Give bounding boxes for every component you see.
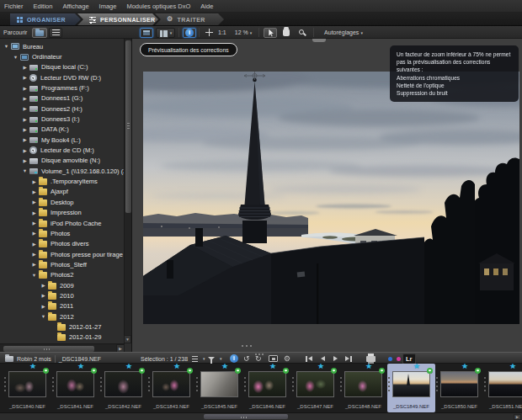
tree-item[interactable]: 2010 — [0, 290, 125, 300]
thumbnail-_DSC1845.NEF[interactable]: _DSC1845.NEF — [195, 364, 243, 412]
tree-item[interactable]: Photos presse pour tirage — [0, 249, 125, 259]
previous-image-button[interactable] — [321, 353, 325, 364]
sort-dropdown[interactable]: ▾ — [192, 353, 205, 364]
browse-folders-button[interactable] — [32, 28, 47, 38]
tree-item[interactable]: Lecteur de CD (M:) — [0, 145, 125, 155]
tree-item[interactable]: Programmes (F:) — [0, 82, 125, 93]
rotate-left-button[interactable] — [243, 353, 250, 364]
menu-modules-optiques-dxo[interactable]: Modules optiques DxO — [126, 3, 190, 10]
expand-arrow-icon[interactable] — [21, 65, 29, 70]
collapse-arrow-icon[interactable] — [21, 168, 29, 173]
zoom-1to1-button[interactable]: 1:1 — [218, 29, 226, 35]
expand-arrow-icon[interactable] — [21, 86, 29, 91]
scrollbar-thumb[interactable] — [3, 346, 94, 352]
expand-arrow-icon[interactable] — [21, 117, 29, 122]
scroll-right-button[interactable]: ▶ — [514, 414, 521, 420]
magenta-label-icon[interactable] — [397, 357, 401, 361]
tree-item[interactable]: Disque local (C:) — [0, 62, 125, 72]
expand-arrow-icon[interactable] — [21, 106, 29, 111]
tree-item[interactable]: 2011 — [0, 301, 125, 311]
expand-arrow-icon[interactable] — [30, 262, 38, 267]
select-tool-button[interactable] — [264, 28, 277, 38]
expand-arrow-icon[interactable] — [40, 304, 47, 309]
print-button[interactable] — [366, 353, 376, 364]
tree-item[interactable]: Photos2 — [0, 270, 125, 280]
tree-item[interactable]: 2012 — [0, 311, 125, 322]
scroll-down-button[interactable]: ▼ — [124, 335, 131, 343]
tab-traiter[interactable]: ⚙ TRAITER — [155, 13, 224, 25]
thumbnail-_DSC1846.NEF[interactable]: _DSC1846.NEF — [243, 364, 291, 412]
tree-item[interactable]: Donnees3 (I:) — [0, 114, 125, 124]
preview-corrections-button[interactable] — [140, 28, 153, 38]
thumbnail-_DSC1841.NEF[interactable]: _DSC1841.NEF — [51, 364, 99, 412]
tab-organiser[interactable]: ORGANISER — [10, 13, 81, 25]
thumbnail-_DSC1848.NEF[interactable]: _DSC1848.NEF — [339, 364, 387, 412]
image-info-button[interactable] — [230, 353, 238, 364]
tree-item[interactable]: 2009 — [0, 280, 125, 290]
zoom-level-dropdown[interactable]: 12 % ▾ — [231, 28, 256, 38]
expand-arrow-icon[interactable] — [30, 221, 38, 226]
tree-item[interactable]: Ajaxpf — [0, 187, 125, 197]
expand-arrow-icon[interactable] — [30, 199, 38, 205]
expand-arrow-icon[interactable] — [21, 75, 29, 80]
info-button[interactable] — [183, 28, 196, 38]
blue-label-icon[interactable] — [388, 357, 392, 361]
color-label-buttons[interactable] — [388, 353, 401, 364]
next-image-button[interactable] — [333, 353, 338, 364]
thumbnail-_DSC1842.NEF[interactable]: _DSC1842.NEF — [99, 364, 147, 412]
filmstrip-scrollbar[interactable]: ▶ — [0, 412, 522, 420]
thumbnail-_DSC1843.NEF[interactable]: _DSC1843.NEF — [147, 364, 195, 412]
collapse-arrow-icon[interactable] — [40, 314, 47, 319]
thumbnail-_DSC1847.NEF[interactable]: _DSC1847.NEF — [291, 364, 339, 412]
menu-aide[interactable]: Aide — [200, 3, 213, 10]
first-image-button[interactable] — [306, 353, 312, 364]
tree-item[interactable]: Photos — [0, 228, 125, 238]
rotate-right-button[interactable] — [255, 353, 262, 364]
expand-arrow-icon[interactable] — [21, 158, 29, 163]
tree-item[interactable]: .TemporaryItems — [0, 176, 125, 186]
expand-arrow-icon[interactable] — [21, 96, 29, 101]
collapse-arrow-icon[interactable] — [12, 55, 19, 60]
tree-item[interactable]: Ordinateur — [0, 51, 125, 61]
expand-arrow-icon[interactable] — [40, 283, 47, 288]
tree-item[interactable]: 2012-01-27 — [0, 322, 125, 332]
tree-item[interactable]: Photos divers — [0, 239, 125, 249]
settings-button[interactable] — [284, 353, 290, 364]
tree-item[interactable]: iPod Photo Cache — [0, 218, 125, 228]
thumbnail-_DSC1850.NEF[interactable]: _DSC1850.NEF — [435, 364, 483, 412]
scrollbar-thumb[interactable] — [125, 40, 131, 213]
pan-move-button[interactable] — [203, 28, 216, 38]
tree-item[interactable]: Donnees1 (G:) — [0, 93, 125, 104]
thumbnail-_DSC1840.NEF[interactable]: _DSC1840.NEF — [3, 364, 51, 412]
image-viewer-canvas[interactable]: Prévisualisation des corrections Un fact… — [132, 39, 522, 352]
menu-fichier[interactable]: Fichier — [4, 3, 24, 10]
tab-personnaliser[interactable]: PERSONNALISER — [77, 13, 158, 25]
tree-item[interactable]: My Book4 (L:) — [0, 135, 125, 145]
tree-item[interactable]: Disque amovible (N:) — [0, 156, 125, 166]
expand-arrow-icon[interactable] — [40, 293, 47, 298]
menu-edition[interactable]: Edition — [34, 3, 53, 10]
compare-view-button[interactable]: ▾ — [156, 28, 175, 38]
tree-item[interactable]: Lecteur DVD RW (D:) — [0, 72, 125, 82]
last-image-button[interactable] — [345, 353, 352, 364]
tree-item[interactable]: Desktop — [0, 197, 125, 207]
tree-vertical-scrollbar[interactable]: ▼ — [124, 39, 131, 343]
tree-item[interactable]: Photos_Steff — [0, 259, 125, 269]
tree-item[interactable]: Impression — [0, 208, 125, 218]
expand-arrow-icon[interactable] — [21, 127, 29, 132]
expand-arrow-icon[interactable] — [30, 231, 38, 236]
collapse-arrow-icon[interactable] — [3, 44, 10, 49]
expand-arrow-icon[interactable] — [30, 179, 38, 184]
filter-dropdown[interactable]: ▾ — [208, 353, 222, 364]
expand-arrow-icon[interactable] — [30, 242, 38, 247]
thumbnail-_DSC1851.NEF[interactable]: _DSC1851.NEF — [483, 364, 522, 412]
tree-item[interactable]: 2012-01-29 — [0, 332, 125, 342]
tree-item[interactable]: Volume_1 (\\192.168.0.120) (Z:) — [0, 166, 125, 176]
expand-arrow-icon[interactable] — [21, 137, 29, 142]
scrollbar-thumb[interactable] — [204, 414, 288, 419]
export-button[interactable] — [269, 353, 278, 364]
tree-item[interactable]: Donnees2 (H:) — [0, 104, 125, 114]
panel-collapse-handle[interactable] — [312, 39, 326, 42]
hand-tool-button[interactable] — [280, 28, 293, 38]
zoom-tool-button[interactable] — [296, 28, 309, 38]
